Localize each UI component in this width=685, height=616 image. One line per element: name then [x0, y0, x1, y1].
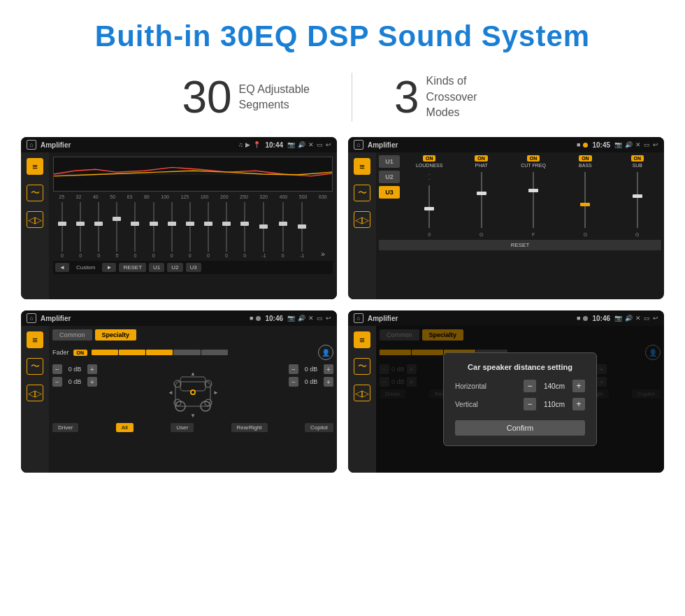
location-icon: 📍: [253, 141, 261, 148]
stat-crossover: 3 Kinds ofCrossover Modes: [352, 73, 545, 120]
horizontal-value-row: − 140cm +: [524, 380, 585, 392]
battery-icon: ▭: [317, 141, 323, 148]
home-icon-3[interactable]: [27, 313, 36, 323]
wave-icon-2[interactable]: 〜: [354, 185, 370, 201]
rl-plus-btn[interactable]: +: [87, 377, 97, 387]
phat-label: PHAT: [475, 163, 488, 168]
preset-u2-btn[interactable]: U2: [379, 171, 400, 183]
eq-reset-btn[interactable]: RESET: [119, 263, 146, 272]
vertical-plus-btn[interactable]: +: [572, 398, 585, 410]
bass-label: BASS: [579, 163, 592, 168]
status-time-4: 10:46: [592, 315, 610, 322]
status-icons-4: ■: [577, 315, 588, 322]
home-icon[interactable]: [27, 140, 36, 150]
rr-minus-btn[interactable]: −: [289, 377, 298, 387]
eq-icon-2[interactable]: ≡: [354, 158, 370, 175]
rr-plus-btn[interactable]: +: [324, 377, 333, 387]
eq-slider-4[interactable]: 0: [134, 202, 137, 258]
page-title: Buith-in 30EQ DSP Sound System: [14, 20, 671, 53]
status-icons-2b: 📷🔊✕▭↩: [614, 141, 658, 148]
eq-slider-7[interactable]: 0: [189, 202, 192, 258]
status-icons-3: ■: [250, 315, 261, 322]
bass-on-badge: ON: [579, 155, 592, 162]
wave-icon-3[interactable]: 〜: [27, 358, 43, 375]
volume-icon: 🔊: [298, 141, 305, 148]
driver-btn-3[interactable]: Driver: [52, 423, 78, 432]
copilot-btn-3[interactable]: Copilot: [305, 423, 333, 432]
stat-crossover-number: 3: [394, 75, 419, 120]
back-icon-3[interactable]: ↩: [326, 315, 331, 322]
car-diagram: ▲ ▼ ◄ ►: [161, 364, 224, 420]
eq-more-icon[interactable]: »: [321, 250, 325, 258]
home-icon-4[interactable]: [354, 313, 363, 323]
fl-minus-btn[interactable]: −: [52, 364, 62, 374]
wave-icon-4[interactable]: 〜: [354, 358, 370, 375]
back-icon-4[interactable]: ↩: [653, 315, 658, 322]
eq-icon[interactable]: ≡: [27, 158, 43, 175]
eq-icon-3[interactable]: ≡: [27, 331, 43, 348]
camera-icon: 📷: [287, 141, 295, 148]
eq-u2-btn[interactable]: U2: [167, 263, 182, 272]
rl-minus-btn[interactable]: −: [52, 377, 62, 387]
eq-slider-13[interactable]: -1: [300, 202, 304, 258]
stats-row: 30 EQ AdjustableSegments 3 Kinds ofCross…: [0, 66, 685, 137]
eq-slider-12[interactable]: 0: [282, 202, 284, 258]
eq-slider-9[interactable]: 0: [225, 202, 228, 258]
fader-label-row: Fader ON 👤: [52, 345, 333, 360]
eq-slider-1[interactable]: 0: [79, 202, 82, 258]
vertical-minus-btn[interactable]: −: [524, 398, 536, 410]
speaker-icon[interactable]: ◁▷: [27, 211, 43, 228]
eq-slider-10[interactable]: 0: [243, 202, 246, 258]
fader-main: Common Specialty Fader ON 👤: [49, 326, 337, 473]
svg-text:◄: ◄: [168, 389, 173, 396]
vertical-row: Vertical − 110cm +: [455, 398, 585, 410]
eq-slider-11[interactable]: -1: [261, 202, 266, 258]
status-icons-1b: 📷 🔊 ✕ ▭ ↩: [287, 141, 331, 148]
screen-fader: Amplifier ■ 10:46 📷🔊✕▭↩ ≡ 〜 ◁▷ Common Sp…: [21, 310, 337, 473]
speaker-grid: − 0 dB + − 0 dB +: [52, 364, 333, 420]
screen-body-1: ≡ 〜 ◁▷ 2532405063 80100125160200 2: [21, 152, 337, 299]
status-title-4: Amplifier: [368, 315, 572, 322]
stat-eq-number: 30: [182, 75, 231, 120]
speaker-icon-4[interactable]: ◁▷: [354, 385, 370, 401]
all-btn-3[interactable]: All: [116, 423, 134, 432]
fr-minus-btn[interactable]: −: [289, 364, 298, 374]
vertical-value: 110cm: [540, 401, 568, 408]
rr-db-val: 0 dB: [301, 378, 322, 385]
eq-graph: [53, 157, 333, 192]
back-icon[interactable]: ↩: [326, 141, 331, 148]
user-btn-3[interactable]: User: [171, 423, 194, 432]
fl-plus-btn[interactable]: +: [87, 364, 97, 374]
back-icon-2[interactable]: ↩: [653, 141, 658, 148]
horizontal-plus-btn[interactable]: +: [572, 380, 585, 392]
preset-u3-btn[interactable]: U3: [379, 186, 400, 199]
tab-common-3[interactable]: Common: [52, 329, 92, 341]
confirm-button[interactable]: Confirm: [455, 420, 585, 436]
home-icon-2[interactable]: [354, 140, 363, 150]
wave-icon[interactable]: 〜: [27, 185, 43, 201]
eq-next-btn[interactable]: ►: [102, 263, 116, 272]
bottom-btn-row: Driver All User RearRight Copilot: [52, 423, 333, 432]
rearright-btn-3[interactable]: RearRight: [231, 423, 268, 432]
eq-slider-5[interactable]: 0: [152, 202, 155, 258]
crossover-reset-btn[interactable]: RESET: [379, 240, 661, 250]
eq-prev-btn[interactable]: ◄: [55, 263, 69, 272]
speaker-right: − 0 dB + − 0 dB +: [229, 364, 333, 420]
eq-slider-8[interactable]: 0: [207, 202, 210, 258]
profile-icon-3[interactable]: 👤: [318, 345, 333, 360]
horizontal-minus-btn[interactable]: −: [524, 380, 536, 392]
eq-slider-6[interactable]: 0: [171, 202, 173, 258]
status-time-1: 10:44: [265, 141, 283, 149]
eq-u1-btn[interactable]: U1: [149, 263, 164, 272]
eq-slider-2[interactable]: 0: [97, 202, 100, 258]
eq-slider-0[interactable]: 0: [61, 202, 64, 258]
eq-slider-3[interactable]: 5: [115, 202, 118, 258]
sidebar-4: ≡ 〜 ◁▷: [348, 326, 376, 473]
fr-plus-btn[interactable]: +: [324, 364, 333, 374]
preset-u1-btn[interactable]: U1: [379, 155, 400, 168]
tab-specialty-3[interactable]: Specialty: [95, 329, 137, 341]
eq-u3-btn[interactable]: U3: [186, 263, 201, 272]
eq-icon-4[interactable]: ≡: [354, 331, 370, 348]
speaker-icon-2[interactable]: ◁▷: [354, 211, 370, 228]
speaker-icon-3[interactable]: ◁▷: [27, 385, 43, 401]
